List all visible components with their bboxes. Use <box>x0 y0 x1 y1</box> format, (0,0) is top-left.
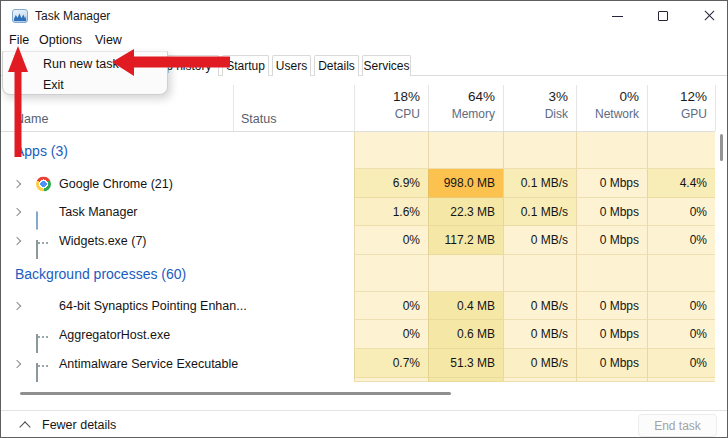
disk-value: 0 MB/s <box>503 320 576 349</box>
column-header-name[interactable]: Name <box>15 112 48 126</box>
process-name-cell[interactable]: AggregatorHost.exe <box>1 320 354 349</box>
menu-file[interactable]: File <box>9 33 29 47</box>
cpu-value: 6.9% <box>354 169 428 198</box>
titlebar: Task Manager <box>1 1 727 31</box>
expand-chevron-icon[interactable] <box>13 179 21 187</box>
column-header-memory[interactable]: 64% Memory <box>428 88 503 130</box>
table-row[interactable]: AggregatorHost.exe 0% 0.6 MB 0 MB/s 0 Mb… <box>1 320 715 349</box>
cell <box>576 255 647 292</box>
cell <box>647 255 715 292</box>
table-row[interactable]: Task Manager 1.6% 22.3 MB 0.1 MB/s 0 Mbp… <box>1 198 715 226</box>
process-name: Task Manager <box>59 205 138 219</box>
section-label: Background processes (60) <box>15 266 186 282</box>
cell <box>647 132 715 169</box>
column-header-network[interactable]: 0% Network <box>576 88 647 130</box>
cpu-value: 0% <box>354 292 428 320</box>
process-name-cell[interactable]: Antimalware Service Executable <box>1 349 354 378</box>
cpu-total-percent: 18% <box>354 88 420 106</box>
menu-item-exit[interactable]: Exit <box>43 74 64 96</box>
expand-chevron-icon[interactable] <box>13 208 21 216</box>
chevron-up-icon <box>19 421 30 432</box>
menu-item-run-new-task[interactable]: Run new task <box>43 53 119 75</box>
network-value: 0 Mbps <box>576 349 647 378</box>
gpu-total-percent: 12% <box>647 88 707 106</box>
network-label: Network <box>576 106 639 122</box>
process-name: 64-bit Synaptics Pointing Enhan... <box>59 299 247 313</box>
cell <box>576 132 647 169</box>
maximize-button[interactable] <box>640 1 686 31</box>
cpu-value: 0% <box>354 226 428 255</box>
disk-total-percent: 3% <box>503 88 568 106</box>
table-row[interactable]: Widgets.exe (7) 0% 117.2 MB 0 MB/s 0 Mbp… <box>1 226 715 255</box>
cell <box>428 378 503 382</box>
cell <box>503 132 576 169</box>
menu-view[interactable]: View <box>95 33 122 47</box>
cell <box>354 132 428 169</box>
column-header-status[interactable]: Status <box>241 112 276 126</box>
section-label: Apps (3) <box>15 143 68 159</box>
network-value: 0 Mbps <box>576 226 647 255</box>
memory-total-percent: 64% <box>428 88 495 106</box>
gpu-value: 0% <box>647 292 715 320</box>
table-row[interactable]: Antimalware Service Executable 0.7% 51.3… <box>1 349 715 378</box>
chrome-icon <box>36 176 51 191</box>
process-name: Widgets.exe (7) <box>59 234 147 248</box>
cell <box>354 255 428 292</box>
network-value: 0 Mbps <box>576 198 647 226</box>
memory-value: 117.2 MB <box>428 226 503 255</box>
minimize-button[interactable] <box>594 1 640 31</box>
cell <box>576 378 647 382</box>
process-name-cell[interactable]: Google Chrome (21) <box>1 169 354 198</box>
process-name-cell[interactable]: 64-bit Synaptics Pointing Enhan... <box>1 292 354 320</box>
expand-chevron-icon[interactable] <box>13 236 21 244</box>
memory-value: 0.6 MB <box>428 320 503 349</box>
column-header-gpu[interactable]: 12% GPU <box>647 88 715 130</box>
network-value: 0 Mbps <box>576 169 647 198</box>
task-manager-window: Task Manager File Options View App histo… <box>0 0 728 438</box>
cpu-value: 1.6% <box>354 198 428 226</box>
table-row[interactable]: 64-bit Synaptics Pointing Enhan... 0% 0.… <box>1 292 715 320</box>
process-name-cell[interactable]: Widgets.exe (7) <box>1 226 354 255</box>
tab-details[interactable]: Details <box>314 55 359 76</box>
section-header-background: Background processes (60) <box>1 255 715 292</box>
close-button[interactable] <box>686 1 728 31</box>
column-header-cpu[interactable]: 18% CPU <box>354 88 428 130</box>
cpu-label: CPU <box>354 106 420 122</box>
column-header-disk[interactable]: 3% Disk <box>503 88 576 130</box>
tab-users[interactable]: Users <box>272 55 311 76</box>
fewer-details-toggle[interactable]: Fewer details <box>42 418 116 432</box>
cell <box>503 378 576 382</box>
gpu-value: 0% <box>647 349 715 378</box>
menu-options[interactable]: Options <box>39 33 82 47</box>
cpu-value: 0.7% <box>354 349 428 378</box>
disk-value: 0.1 MB/s <box>503 169 576 198</box>
disk-label: Disk <box>503 106 568 122</box>
disk-value: 0.1 MB/s <box>503 198 576 226</box>
vertical-scrollbar-thumb[interactable] <box>720 134 723 161</box>
process-name: Google Chrome (21) <box>59 177 173 191</box>
window-title: Task Manager <box>35 9 110 23</box>
gpu-value: 0% <box>647 320 715 349</box>
gpu-value: 0% <box>647 198 715 226</box>
expand-chevron-icon[interactable] <box>13 302 21 310</box>
tab-services[interactable]: Services <box>362 55 411 76</box>
tab-startup[interactable]: Startup <box>222 55 269 76</box>
disk-value: 0 MB/s <box>503 292 576 320</box>
table-row[interactable]: Google Chrome (21) 6.9% 998.0 MB 0.1 MB/… <box>1 169 715 198</box>
memory-value: 0.4 MB <box>428 292 503 320</box>
horizontal-scrollbar-thumb[interactable] <box>20 392 451 395</box>
cell <box>354 378 428 382</box>
cell <box>503 255 576 292</box>
disk-value: 0 MB/s <box>503 349 576 378</box>
process-name: Antimalware Service Executable <box>59 357 238 371</box>
network-value: 0 Mbps <box>576 320 647 349</box>
process-name-cell[interactable]: Task Manager <box>1 198 354 226</box>
file-menu-popup: Run new task Exit <box>2 51 168 95</box>
statusbar-divider <box>1 410 728 411</box>
cell <box>647 378 715 382</box>
end-task-button[interactable]: End task <box>638 414 717 437</box>
gpu-value: 0% <box>647 226 715 255</box>
expand-chevron-icon[interactable] <box>13 359 21 367</box>
table-row-partial <box>1 378 715 382</box>
cell <box>428 255 503 292</box>
